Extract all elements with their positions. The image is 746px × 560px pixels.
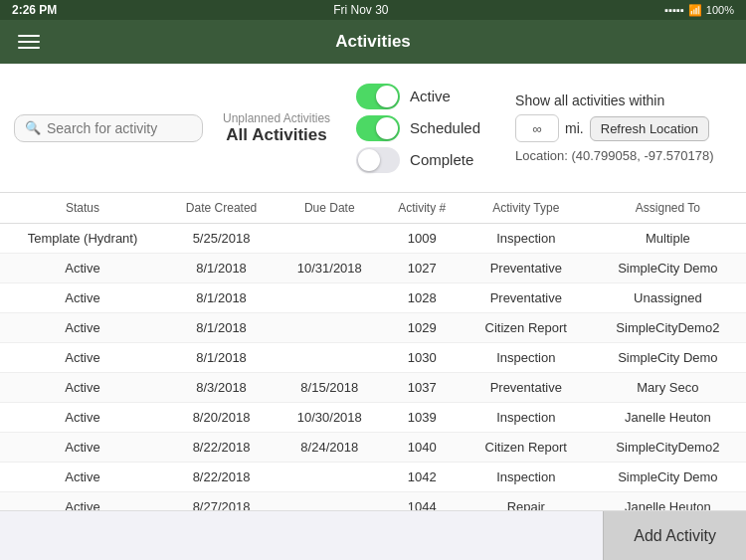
- cell-assigned-to: Multiple: [590, 224, 746, 254]
- hamburger-menu-button[interactable]: [14, 31, 44, 53]
- col-date-created: Date Created: [165, 193, 278, 224]
- all-activities-label: All Activities: [226, 125, 326, 145]
- table-row[interactable]: Active8/3/20188/15/20181037PreventativeM…: [0, 373, 746, 403]
- active-label: Active: [410, 88, 489, 104]
- table-row[interactable]: Active8/1/20181029Citizen ReportSimpleCi…: [0, 313, 746, 343]
- mi-row: mi. Refresh Location: [515, 114, 714, 142]
- cell-assigned-to: SimpleCity Demo: [590, 254, 746, 283]
- cell-date-created: 8/1/2018: [165, 254, 278, 283]
- scheduled-label: Scheduled: [410, 119, 489, 136]
- complete-label: Complete: [410, 151, 489, 168]
- table-row[interactable]: Active8/22/20181042InspectionSimpleCity …: [0, 463, 746, 492]
- activities-table: Status Date Created Due Date Activity # …: [0, 193, 746, 510]
- cell-date-created: 8/1/2018: [165, 313, 278, 343]
- hamburger-line-1: [18, 35, 40, 37]
- cell-due-date: [278, 224, 381, 254]
- cell-date-created: 8/20/2018: [165, 403, 278, 433]
- cell-activity-num: 1029: [382, 313, 463, 343]
- cell-due-date: [278, 463, 381, 492]
- filter-row: 🔍 Unplanned Activities All Activities Ac…: [0, 64, 746, 193]
- cell-status: Template (Hydrant): [0, 224, 165, 254]
- unplanned-label: Unplanned Activities: [223, 111, 330, 125]
- cell-assigned-to: SimpleCityDemo2: [590, 433, 746, 463]
- table-row[interactable]: Active8/27/20181044RepairJanelle Heuton: [0, 492, 746, 511]
- cell-due-date: 8/24/2018: [278, 433, 381, 463]
- cell-due-date: 10/30/2018: [278, 403, 381, 433]
- toggle-row-active: Active: [356, 84, 489, 109]
- active-toggle-knob: [376, 86, 398, 107]
- cell-due-date: [278, 343, 381, 373]
- nav-bar: Activities: [0, 20, 746, 64]
- activities-label-group: Unplanned Activities All Activities: [223, 111, 330, 145]
- refresh-location-button[interactable]: Refresh Location: [590, 116, 709, 141]
- cell-activity-num: 1040: [382, 433, 463, 463]
- table-row[interactable]: Active8/22/20188/24/20181040Citizen Repo…: [0, 433, 746, 463]
- cell-date-created: 5/25/2018: [165, 224, 278, 254]
- mi-unit: mi.: [565, 120, 584, 136]
- location-row: Location: (40.799058, -97.570178): [515, 148, 714, 163]
- cell-assigned-to: Janelle Heuton: [590, 492, 746, 511]
- cell-status: Active: [0, 433, 165, 463]
- cell-activity-num: 1028: [382, 283, 463, 313]
- cell-due-date: 10/31/2018: [278, 254, 381, 283]
- cell-activity-type: Citizen Report: [463, 433, 590, 463]
- battery-level: 100%: [706, 4, 734, 16]
- table-row[interactable]: Active8/1/201810/31/20181027Preventative…: [0, 254, 746, 283]
- cell-status: Active: [0, 313, 165, 343]
- wifi-icon: 📶: [688, 4, 702, 17]
- cell-activity-type: Repair: [463, 492, 590, 511]
- cell-status: Active: [0, 283, 165, 313]
- active-toggle[interactable]: [356, 84, 400, 109]
- col-status: Status: [0, 193, 165, 224]
- table-row[interactable]: Active8/1/20181028PreventativeUnassigned: [0, 283, 746, 313]
- cell-status: Active: [0, 343, 165, 373]
- cell-assigned-to: Mary Seco: [590, 373, 746, 403]
- cell-status: Active: [0, 403, 165, 433]
- cell-date-created: 8/3/2018: [165, 373, 278, 403]
- cell-date-created: 8/1/2018: [165, 343, 278, 373]
- search-input[interactable]: [47, 120, 186, 136]
- col-assigned-to: Assigned To: [590, 193, 746, 224]
- col-due-date: Due Date: [278, 193, 381, 224]
- cell-assigned-to: Unassigned: [590, 283, 746, 313]
- cell-date-created: 8/22/2018: [165, 463, 278, 492]
- cell-date-created: 8/1/2018: [165, 283, 278, 313]
- cell-activity-num: 1044: [382, 492, 463, 511]
- cell-assigned-to: Janelle Heuton: [590, 403, 746, 433]
- show-within-label: Show all activities within: [515, 93, 664, 108]
- table-row[interactable]: Active8/20/201810/30/20181039InspectionJ…: [0, 403, 746, 433]
- add-activity-button[interactable]: Add Activity: [603, 511, 746, 561]
- cell-activity-num: 1037: [382, 373, 463, 403]
- cell-due-date: [278, 313, 381, 343]
- table-row[interactable]: Active8/1/20181030InspectionSimpleCity D…: [0, 343, 746, 373]
- toggles-section: Active Scheduled Complete: [356, 84, 489, 173]
- cell-activity-num: 1027: [382, 254, 463, 283]
- cell-date-created: 8/22/2018: [165, 433, 278, 463]
- header-row: Status Date Created Due Date Activity # …: [0, 193, 746, 224]
- hamburger-line-3: [18, 47, 40, 49]
- scheduled-toggle[interactable]: [356, 115, 400, 141]
- cell-activity-type: Citizen Report: [463, 313, 590, 343]
- location-section: Show all activities within mi. Refresh L…: [515, 93, 714, 163]
- table-body: Template (Hydrant)5/25/20181009Inspectio…: [0, 224, 746, 511]
- cell-assigned-to: SimpleCity Demo: [590, 343, 746, 373]
- search-icon: 🔍: [25, 120, 41, 135]
- table-row[interactable]: Template (Hydrant)5/25/20181009Inspectio…: [0, 224, 746, 254]
- show-within-row: Show all activities within: [515, 93, 714, 108]
- status-day: Fri Nov 30: [333, 3, 388, 17]
- search-box[interactable]: 🔍: [14, 114, 203, 142]
- search-container: 🔍: [14, 114, 203, 142]
- cell-activity-num: 1042: [382, 463, 463, 492]
- miles-input[interactable]: [515, 114, 559, 142]
- cell-activity-num: 1039: [382, 403, 463, 433]
- cell-activity-type: Inspection: [463, 403, 590, 433]
- toggle-row-scheduled: Scheduled: [356, 115, 489, 141]
- cell-activity-num: 1009: [382, 224, 463, 254]
- cell-status: Active: [0, 492, 165, 511]
- cell-activity-type: Preventative: [463, 283, 590, 313]
- cell-activity-type: Preventative: [463, 373, 590, 403]
- status-bar: 2:26 PM Fri Nov 30 ▪▪▪▪▪ 📶 100%: [0, 0, 746, 20]
- cell-due-date: [278, 492, 381, 511]
- cell-status: Active: [0, 463, 165, 492]
- complete-toggle[interactable]: [356, 147, 400, 173]
